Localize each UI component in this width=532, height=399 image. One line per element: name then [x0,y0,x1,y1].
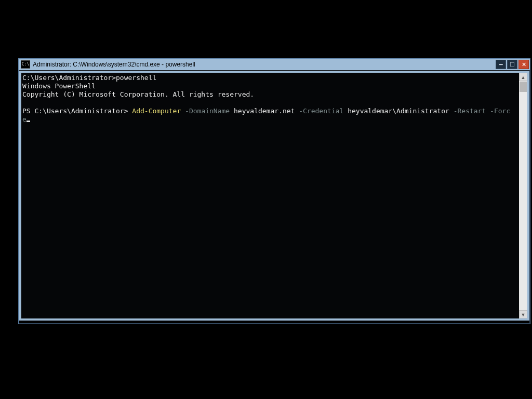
maximize-button[interactable]: ☐ [507,60,517,69]
ps-param-force-wrap: e [22,115,26,123]
cmd-icon: C:\ [21,60,30,69]
window-title: Administrator: C:\Windows\system32\cmd.e… [33,61,195,68]
ps-prompt: PS C:\Users\Administrator> [22,107,132,115]
console-window: C:\ Administrator: C:\Windows\system32\c… [18,58,530,324]
ps-banner-line: Windows PowerShell [22,82,96,90]
scroll-thumb[interactable] [520,82,527,92]
window-client-area: C:\Users\Administrator>powershell Window… [19,71,529,321]
ps-copyright-line: Copyright (C) Microsoft Corporation. All… [22,90,254,98]
ps-param-force: -Forc [486,107,510,115]
ps-arg-credential: heyvaldemar\Administrator [343,107,449,115]
window-controls: ━ ☐ ✕ [496,60,529,69]
ps-param-domainname: -DomainName [181,107,230,115]
ps-param-restart: -Restart [449,107,486,115]
scroll-up-button[interactable]: ▲ [519,73,527,81]
scroll-down-button[interactable]: ▼ [519,310,527,318]
close-button[interactable]: ✕ [518,60,529,69]
console-area: C:\Users\Administrator>powershell Window… [21,73,527,318]
ps-cmdlet: Add-Computer [132,107,181,115]
cmd-input: powershell [116,74,156,82]
vertical-scrollbar[interactable]: ▲ ▼ [519,73,527,318]
ps-param-credential: -Credential [295,107,343,115]
cursor-icon [26,121,30,122]
console-output[interactable]: C:\Users\Administrator>powershell Window… [21,73,519,318]
minimize-button[interactable]: ━ [496,60,506,69]
titlebar[interactable]: C:\ Administrator: C:\Windows\system32\c… [19,59,530,70]
cmd-prompt: C:\Users\Administrator> [22,74,116,82]
ps-arg-domain: heyvaldemar.net [230,107,295,115]
